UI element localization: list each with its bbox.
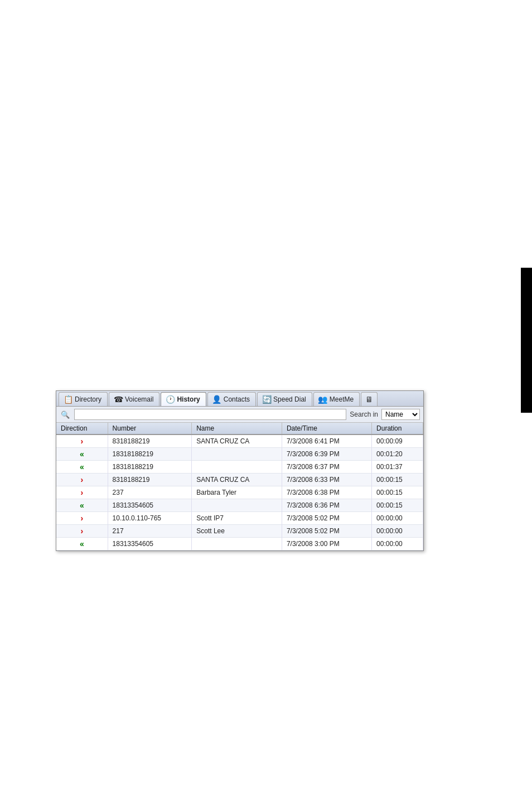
tab-settings[interactable]: 🖥: [361, 392, 378, 406]
tab-speeddial-label: Speed Dial: [273, 395, 306, 403]
cell-datetime: 7/3/2008 5:02 PM: [282, 512, 371, 525]
tab-directory-label: Directory: [75, 395, 101, 403]
cell-datetime: 7/3/2008 6:37 PM: [282, 461, 371, 474]
cell-number: 18313354605: [108, 538, 192, 551]
cell-number: 18313354605: [108, 499, 192, 512]
col-header-number: Number: [108, 423, 192, 434]
table-row[interactable]: ›237Barbara Tyler7/3/2008 6:38 PM00:00:1…: [56, 486, 423, 499]
cell-datetime: 7/3/2008 3:00 PM: [282, 538, 371, 551]
tab-contacts-label: Contacts: [224, 395, 250, 403]
cell-duration: 00:00:09: [372, 434, 423, 448]
outbound-icon: ›: [80, 488, 83, 497]
search-button[interactable]: 🔍: [60, 409, 71, 420]
tab-voicemail-label: Voicemail: [125, 395, 153, 403]
cell-number: 8318188219: [108, 434, 192, 448]
cell-duration: 00:00:15: [372, 499, 423, 512]
table-row[interactable]: ›8318188219SANTA CRUZ CA7/3/2008 6:41 PM…: [56, 434, 423, 448]
cell-direction: ›: [56, 486, 108, 499]
sidebar-decoration: [521, 268, 532, 413]
col-header-datetime: Date/Time: [282, 423, 371, 434]
col-header-duration: Duration: [372, 423, 423, 434]
cell-direction: ›: [56, 434, 108, 448]
cell-name: [192, 499, 282, 512]
app-container: 📋 Directory ☎ Voicemail 🕐 History 👤 Cont…: [56, 390, 424, 551]
directory-icon: 📋: [64, 395, 72, 404]
cell-direction: ›: [56, 474, 108, 486]
search-input[interactable]: [74, 409, 346, 420]
cell-datetime: 7/3/2008 6:38 PM: [282, 486, 371, 499]
cell-name: [192, 461, 282, 474]
tab-history[interactable]: 🕐 History: [161, 392, 206, 406]
table-row[interactable]: ›217Scott Lee7/3/2008 5:02 PM00:00:00: [56, 525, 423, 538]
cell-name: Scott IP7: [192, 512, 282, 525]
cell-direction: ›: [56, 512, 108, 525]
cell-direction: «: [56, 461, 108, 474]
table-row[interactable]: ›10.10.0.110-765Scott IP77/3/2008 5:02 P…: [56, 512, 423, 525]
cell-direction: ›: [56, 525, 108, 538]
cell-datetime: 7/3/2008 6:36 PM: [282, 499, 371, 512]
cell-duration: 00:00:15: [372, 474, 423, 486]
cell-datetime: 7/3/2008 6:41 PM: [282, 434, 371, 448]
cell-name: Barbara Tyler: [192, 486, 282, 499]
tab-history-label: History: [177, 395, 200, 403]
cell-datetime: 7/3/2008 6:33 PM: [282, 474, 371, 486]
voicemail-icon: ☎: [114, 395, 123, 404]
cell-datetime: 7/3/2008 5:02 PM: [282, 525, 371, 538]
search-in-dropdown[interactable]: Name Number Date: [381, 409, 420, 420]
cell-name: SANTA CRUZ CA: [192, 474, 282, 486]
tab-bar: 📋 Directory ☎ Voicemail 🕐 History 👤 Cont…: [56, 391, 423, 407]
outbound-icon: ›: [80, 514, 83, 523]
col-header-name: Name: [192, 423, 282, 434]
cell-number: 217: [108, 525, 192, 538]
table-row[interactable]: «183133546057/3/2008 6:36 PM00:00:15: [56, 499, 423, 512]
history-table: Direction Number Name Date/Time Duration…: [56, 423, 423, 551]
speeddial-icon: 🔄: [262, 395, 271, 404]
outbound-icon: ›: [80, 475, 83, 484]
cell-number: 10.10.0.110-765: [108, 512, 192, 525]
inbound-icon: «: [80, 450, 84, 458]
inbound-icon: «: [80, 501, 84, 510]
contacts-icon: 👤: [212, 395, 221, 404]
cell-datetime: 7/3/2008 6:39 PM: [282, 448, 371, 461]
inbound-icon: «: [80, 539, 84, 548]
search-in-label: Search in: [350, 411, 378, 418]
table-header-row: Direction Number Name Date/Time Duration: [56, 423, 423, 434]
outbound-icon: ›: [80, 527, 83, 535]
outbound-icon: ›: [80, 437, 83, 446]
tab-directory[interactable]: 📋 Directory: [59, 392, 108, 406]
cell-direction: «: [56, 499, 108, 512]
table-row[interactable]: «183181882197/3/2008 6:39 PM00:01:20: [56, 448, 423, 461]
cell-name: [192, 448, 282, 461]
meetme-icon: 👥: [318, 395, 327, 404]
cell-duration: 00:00:00: [372, 525, 423, 538]
tab-contacts[interactable]: 👤 Contacts: [207, 392, 256, 406]
cell-duration: 00:00:15: [372, 486, 423, 499]
table-row[interactable]: ›8318188219SANTA CRUZ CA7/3/2008 6:33 PM…: [56, 474, 423, 486]
history-icon: 🕐: [166, 395, 175, 404]
cell-duration: 00:01:37: [372, 461, 423, 474]
cell-number: 237: [108, 486, 192, 499]
settings-icon: 🖥: [365, 395, 374, 404]
cell-name: Scott Lee: [192, 525, 282, 538]
cell-direction: «: [56, 538, 108, 551]
cell-number: 8318188219: [108, 474, 192, 486]
cell-number: 18318188219: [108, 461, 192, 474]
search-bar: 🔍 Search in Name Number Date: [56, 407, 423, 423]
cell-name: SANTA CRUZ CA: [192, 434, 282, 448]
inbound-icon: «: [80, 462, 84, 471]
cell-duration: 00:00:00: [372, 512, 423, 525]
tab-voicemail[interactable]: ☎ Voicemail: [109, 392, 159, 406]
table-row[interactable]: «183181882197/3/2008 6:37 PM00:01:37: [56, 461, 423, 474]
tab-meetme-label: MeetMe: [330, 395, 354, 403]
col-header-direction: Direction: [56, 423, 108, 434]
table-row[interactable]: «183133546057/3/2008 3:00 PM00:00:00: [56, 538, 423, 551]
tab-speeddial[interactable]: 🔄 Speed Dial: [257, 392, 312, 406]
cell-duration: 00:00:00: [372, 538, 423, 551]
tab-meetme[interactable]: 👥 MeetMe: [313, 392, 360, 406]
cell-direction: «: [56, 448, 108, 461]
cell-name: [192, 538, 282, 551]
cell-duration: 00:01:20: [372, 448, 423, 461]
cell-number: 18318188219: [108, 448, 192, 461]
